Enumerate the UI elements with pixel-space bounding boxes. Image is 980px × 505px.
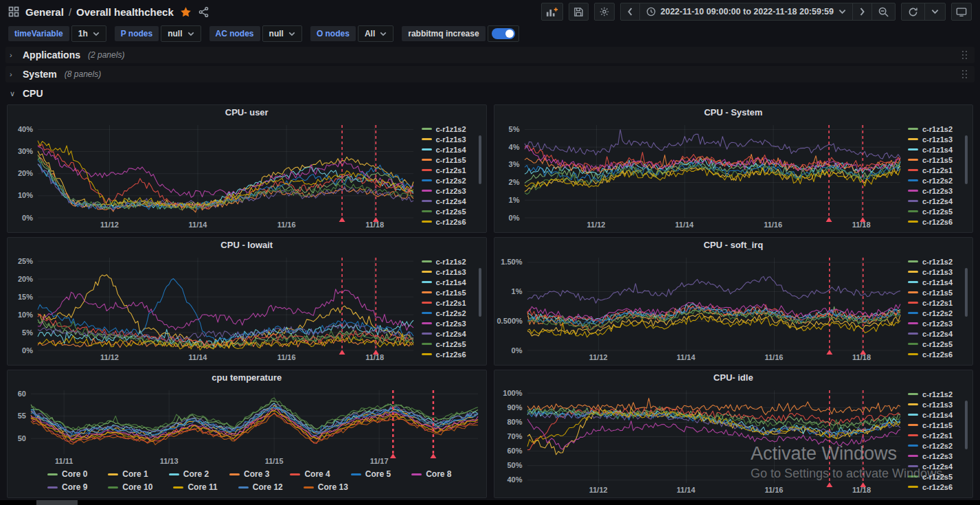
legend-item[interactable]: Core 8 [411, 469, 451, 479]
share-icon[interactable] [198, 6, 209, 18]
zoom-out-time-button[interactable] [871, 3, 895, 20]
legend-item[interactable]: c-r1z1s2 [908, 258, 963, 266]
chart-svg[interactable] [497, 385, 906, 496]
legend-item[interactable]: c-r1z1s4 [422, 146, 477, 154]
breadcrumb-title[interactable]: Overall healthcheck [76, 6, 174, 18]
legend-item[interactable]: c-r1z2s5 [908, 207, 963, 216]
chart-svg[interactable] [10, 385, 483, 467]
legend-scrollbar[interactable] [965, 135, 968, 184]
chart-svg[interactable] [10, 120, 419, 231]
variable-label[interactable]: rabbitmq increase [402, 26, 485, 41]
apps-grid-icon[interactable] [8, 6, 19, 17]
legend-item[interactable]: c-r1z1s3 [908, 401, 963, 409]
legend-item[interactable]: c-r1z1s3 [422, 135, 477, 144]
variable-value-dropdown[interactable]: null [161, 25, 201, 42]
legend-item[interactable]: c-r1z2s4 [908, 197, 963, 205]
variable-label[interactable]: P nodes [115, 26, 159, 41]
legend-item[interactable]: c-r1z2s4 [422, 330, 477, 338]
panel-title[interactable]: CPU - soft_irq [494, 238, 973, 252]
legend-item[interactable]: c-r1z2s1 [422, 299, 477, 307]
legend-item[interactable]: c-r1z1s3 [908, 135, 963, 144]
legend-item[interactable]: c-r1z2s3 [908, 319, 963, 328]
legend-item[interactable]: c-r1z2s6 [422, 218, 477, 226]
legend-item[interactable]: Core 12 [238, 482, 283, 492]
legend-scrollbar[interactable] [479, 268, 481, 317]
legend-item[interactable]: c-r1z1s2 [422, 258, 477, 266]
chart-svg[interactable] [10, 252, 419, 363]
legend-item[interactable]: c-r1z1s5 [422, 156, 477, 164]
variable-value-dropdown[interactable]: All [358, 25, 394, 42]
legend-item[interactable]: Core 9 [47, 482, 87, 492]
variable-label[interactable]: timeVariable [8, 26, 69, 41]
legend-item[interactable]: Core 13 [304, 482, 348, 492]
panel-title[interactable]: cpu temperature [8, 370, 486, 385]
legend-item[interactable]: c-r1z1s5 [422, 289, 477, 297]
row-drag-handle[interactable] [962, 70, 970, 79]
refresh-button[interactable] [902, 3, 924, 20]
refresh-interval-dropdown[interactable] [924, 3, 945, 20]
legend-item[interactable]: c-r1z2s4 [422, 197, 477, 205]
legend-item[interactable]: c-r1z2s1 [908, 431, 963, 440]
row-drag-handle[interactable] [962, 51, 970, 60]
legend-item[interactable]: c-r1z1s2 [908, 125, 963, 133]
star-icon[interactable] [180, 6, 192, 18]
time-shift-forward-button[interactable] [852, 3, 871, 20]
cycle-view-mode-button[interactable] [951, 3, 972, 21]
legend-item[interactable]: Core 3 [229, 469, 269, 479]
toggle-switch[interactable] [492, 28, 515, 39]
legend-item[interactable]: c-r1z2s5 [908, 340, 963, 348]
legend-item[interactable]: Core 10 [108, 482, 152, 492]
legend-item[interactable]: c-r1z1s4 [908, 278, 963, 287]
legend-item[interactable]: Core 0 [47, 469, 87, 479]
legend-item[interactable]: c-r1z2s3 [422, 319, 477, 328]
legend-item[interactable]: c-r1z2s2 [908, 442, 963, 450]
legend-item[interactable]: c-r1z2s4 [908, 462, 963, 471]
legend-item[interactable]: c-r1z1s5 [908, 156, 963, 164]
legend-item[interactable]: c-r1z2s2 [422, 309, 477, 317]
legend-item[interactable]: Core 4 [290, 469, 330, 479]
legend-item[interactable]: c-r1z1s5 [908, 289, 963, 297]
panel-title[interactable]: CPU- idle [494, 370, 973, 385]
legend-item[interactable]: c-r1z2s6 [908, 350, 963, 359]
legend-scrollbar[interactable] [965, 401, 968, 449]
legend-item[interactable]: c-r1z1s4 [422, 278, 477, 287]
row-header-system[interactable]: ›System(8 panels) [5, 66, 975, 82]
panel-title[interactable]: CPU- user [8, 105, 486, 120]
dashboard-settings-button[interactable] [594, 3, 615, 21]
legend-item[interactable]: c-r1z2s2 [422, 177, 477, 185]
legend-scrollbar[interactable] [965, 268, 968, 317]
breadcrumb[interactable]: General / Overall healthcheck [25, 6, 174, 18]
legend-item[interactable]: Core 11 [173, 482, 217, 492]
legend-item[interactable]: c-r1z2s6 [908, 483, 963, 491]
breadcrumb-folder[interactable]: General [25, 6, 64, 18]
legend-item[interactable]: c-r1z1s4 [908, 146, 963, 154]
panel-title[interactable]: CPU - System [494, 105, 973, 120]
legend-item[interactable]: c-r1z2s6 [422, 350, 477, 359]
legend-item[interactable]: c-r1z1s2 [908, 390, 963, 399]
add-panel-button[interactable] [541, 3, 563, 21]
legend-item[interactable]: c-r1z2s2 [908, 177, 963, 185]
legend-item[interactable]: c-r1z2s3 [908, 452, 963, 460]
legend-item[interactable]: c-r1z2s5 [422, 340, 477, 348]
time-range-picker-button[interactable]: 2022-11-10 09:00:00 to 2022-11-18 20:59:… [639, 3, 852, 20]
chart-svg[interactable] [497, 252, 906, 363]
variable-label[interactable]: AC nodes [209, 26, 260, 41]
legend-scrollbar[interactable] [479, 135, 481, 184]
legend-item[interactable]: Core 5 [351, 469, 391, 479]
save-dashboard-button[interactable] [569, 3, 589, 21]
variable-value-dropdown[interactable]: 1h [71, 25, 106, 42]
row-header-cpu[interactable]: ∨CPU [5, 85, 975, 102]
time-range-text[interactable]: 2022-11-10 09:00:00 to 2022-11-18 20:59:… [661, 7, 834, 16]
legend-item[interactable]: c-r1z2s5 [422, 207, 477, 216]
variable-value-dropdown[interactable]: null [262, 25, 302, 42]
legend-item[interactable]: c-r1z2s3 [422, 187, 477, 195]
legend-item[interactable]: c-r1z1s3 [908, 268, 963, 276]
legend-item[interactable]: c-r1z2s6 [908, 218, 963, 226]
variable-label[interactable]: O nodes [310, 26, 356, 41]
row-header-applications[interactable]: ›Applications(2 panels) [5, 47, 975, 63]
legend-item[interactable]: c-r1z2s1 [908, 166, 963, 175]
panel-title[interactable]: CPU - Iowait [8, 238, 486, 252]
legend-item[interactable]: c-r1z1s5 [908, 421, 963, 429]
chart-svg[interactable] [497, 120, 906, 231]
legend-item[interactable]: c-r1z2s5 [908, 473, 963, 481]
